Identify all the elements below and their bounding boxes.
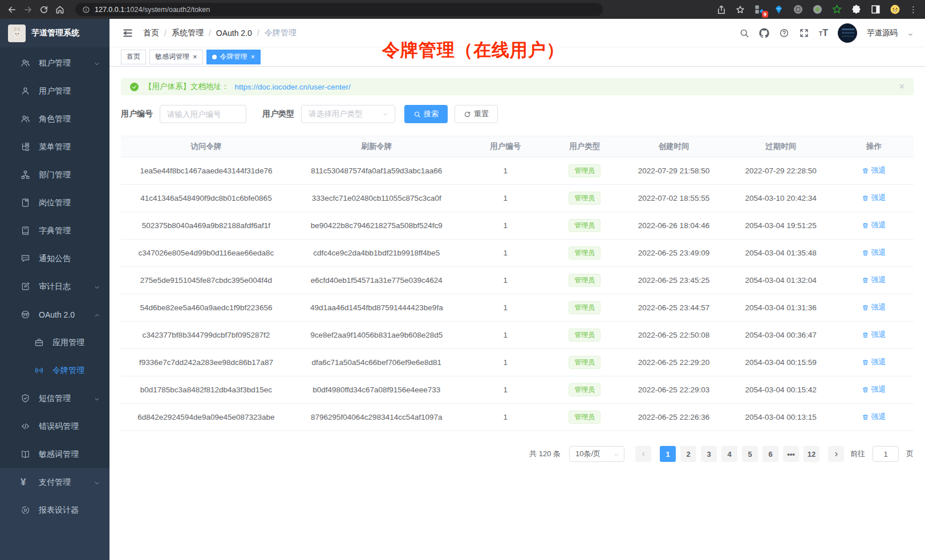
force-logout-button[interactable]: 强退: [862, 220, 886, 230]
page-button-4[interactable]: 4: [721, 446, 737, 462]
extension-green-dot-icon[interactable]: [812, 4, 823, 15]
prev-page-button[interactable]: [635, 446, 651, 462]
tab-close-icon[interactable]: ×: [193, 53, 197, 60]
page-button-6[interactable]: 6: [762, 446, 778, 462]
view-tab[interactable]: 敏感词管理×: [149, 50, 203, 64]
broadcast-icon: [34, 366, 44, 375]
breadcrumb-item[interactable]: OAuth 2.0: [216, 29, 252, 38]
browser-forward-icon[interactable]: [23, 5, 33, 15]
sidebar-item-user[interactable]: 用户管理: [0, 77, 109, 105]
sidebar-item-app[interactable]: 应用管理: [0, 328, 109, 356]
page-size-select[interactable]: 10条/页: [569, 446, 624, 462]
sidebar-item-audit[interactable]: 审计日志: [0, 273, 109, 301]
table-row: c342377bf8b344799dcbf7bf095287f29ce8ef2a…: [121, 322, 914, 349]
view-tab[interactable]: 令牌管理×: [206, 50, 261, 64]
force-logout-button[interactable]: 强退: [862, 193, 886, 203]
help-icon[interactable]: [779, 28, 789, 38]
sidebar-item-pay[interactable]: ¥支付管理: [0, 468, 109, 496]
page-button-2[interactable]: 2: [680, 446, 696, 462]
user-avatar[interactable]: [838, 23, 857, 43]
sidebar-item-dept[interactable]: 部门管理: [0, 161, 109, 189]
force-logout-button[interactable]: 强退: [862, 302, 886, 313]
sidebar-item-label: 字典管理: [39, 226, 71, 236]
breadcrumb-item[interactable]: 首页: [143, 28, 159, 38]
doc-link[interactable]: https://doc.iocoder.cn/user-center/: [235, 83, 351, 91]
sidebar-item-tenant[interactable]: 租户管理: [0, 49, 109, 77]
bookmark-star-icon[interactable]: [735, 5, 745, 15]
search-button[interactable]: 搜索: [404, 105, 448, 123]
url-text: 127.0.0.1:1024/system/oauth2/token: [95, 6, 210, 14]
browser-home-icon[interactable]: [55, 5, 65, 15]
force-logout-button[interactable]: 强退: [862, 330, 886, 340]
sidebar-item-post[interactable]: 岗位管理: [0, 189, 109, 217]
sidebar-item-dict[interactable]: 字典管理: [0, 217, 109, 245]
share-icon[interactable]: [716, 5, 727, 15]
user-type-badge: 管理员: [569, 301, 601, 314]
page-button-5[interactable]: 5: [742, 446, 758, 462]
force-logout-button[interactable]: 强退: [862, 247, 886, 258]
next-page-button[interactable]: [828, 446, 844, 462]
sidebar-collapse-icon[interactable]: [122, 27, 133, 39]
tab-label: 首页: [127, 52, 140, 62]
user-menu-caret-icon[interactable]: [907, 30, 914, 36]
sidebar-item-token[interactable]: 令牌管理: [0, 356, 109, 384]
sidebar-item-notice[interactable]: 通知公告: [0, 245, 109, 273]
user-id-cell: 1: [462, 349, 549, 376]
access-token-cell: 502375b8040a469a9b82188afdf6af1f: [121, 212, 291, 240]
extension-grid-icon[interactable]: 9: [754, 4, 765, 15]
expire-time-cell: 2054-03-10 20:42:34: [727, 185, 834, 212]
sidebar-item-sensitive[interactable]: 敏感词管理: [0, 440, 109, 468]
sidebar-item-menu[interactable]: 菜单管理: [0, 133, 109, 161]
profile-emoji-icon[interactable]: [890, 4, 900, 15]
user-type-select[interactable]: 请选择用户类型: [301, 105, 395, 123]
sidebar-item-report[interactable]: 报表设计器: [0, 496, 109, 524]
browser-reload-icon[interactable]: [39, 5, 49, 15]
browser-menu-icon[interactable]: ⋮: [909, 5, 918, 15]
sidebar-item-label: 支付管理: [39, 477, 71, 488]
sidebar-item-errcode[interactable]: 错误码管理: [0, 412, 109, 440]
user-id-input[interactable]: [160, 105, 246, 123]
address-bar[interactable]: 127.0.0.1:1024/system/oauth2/token: [75, 3, 603, 16]
access-token-cell: 41c41346a548490f9dc8b01c6bfe0865: [121, 185, 291, 212]
column-header: 创建时间: [620, 136, 728, 157]
sidebar-item-sms[interactable]: 短信管理: [0, 384, 109, 412]
page-button-3[interactable]: 3: [701, 446, 717, 462]
force-logout-button[interactable]: 强退: [862, 384, 886, 395]
tab-close-icon[interactable]: ×: [251, 53, 255, 60]
alert-close-icon[interactable]: ×: [899, 82, 904, 92]
force-logout-button[interactable]: 强退: [862, 357, 886, 367]
extension-gem-icon[interactable]: [773, 4, 784, 15]
browser-back-icon[interactable]: [7, 5, 17, 15]
page-button-12[interactable]: 12: [804, 446, 819, 462]
column-header: 用户类型: [549, 136, 620, 157]
user-type-cell: 管理员: [549, 212, 620, 240]
user-id-cell: 1: [462, 267, 549, 294]
force-logout-button[interactable]: 强退: [862, 412, 886, 422]
user-type-badge: 管理员: [569, 219, 601, 232]
search-icon[interactable]: [739, 28, 749, 38]
sidebar-item-role[interactable]: 角色管理: [0, 105, 109, 133]
extension-puzzle-icon[interactable]: [851, 4, 862, 15]
force-logout-button[interactable]: 强退: [862, 165, 886, 176]
reset-button[interactable]: 重置: [455, 105, 498, 123]
extension-gray-circle-icon[interactable]: [793, 4, 804, 15]
force-logout-button[interactable]: 强退: [862, 275, 886, 285]
table-row: 275e5de9151045fe87cbdc395e004f4de6cfd40e…: [121, 267, 914, 294]
sidebar-item-oauth[interactable]: OAuth 2.0: [0, 301, 109, 328]
goto-page-input[interactable]: [873, 446, 899, 462]
font-size-icon[interactable]: TT: [819, 28, 828, 38]
page-button-1[interactable]: 1: [660, 446, 676, 462]
sidebar-item-label: 角色管理: [39, 114, 71, 124]
view-tab[interactable]: 首页: [121, 50, 146, 64]
force-logout-label: 强退: [871, 302, 886, 313]
extension-green-star-icon[interactable]: [831, 4, 842, 15]
site-info-icon[interactable]: [82, 6, 90, 14]
extension-split-square-icon[interactable]: [870, 4, 881, 15]
tab-label: 敏感词管理: [155, 52, 189, 62]
fullscreen-icon[interactable]: [799, 28, 809, 38]
more-pages-button[interactable]: •••: [783, 446, 799, 462]
github-icon[interactable]: [759, 28, 769, 38]
expire-time-cell: 2022-07-29 22:28:50: [727, 157, 834, 185]
user-type-cell: 管理员: [549, 267, 620, 294]
breadcrumb-item[interactable]: 系统管理: [172, 28, 204, 38]
